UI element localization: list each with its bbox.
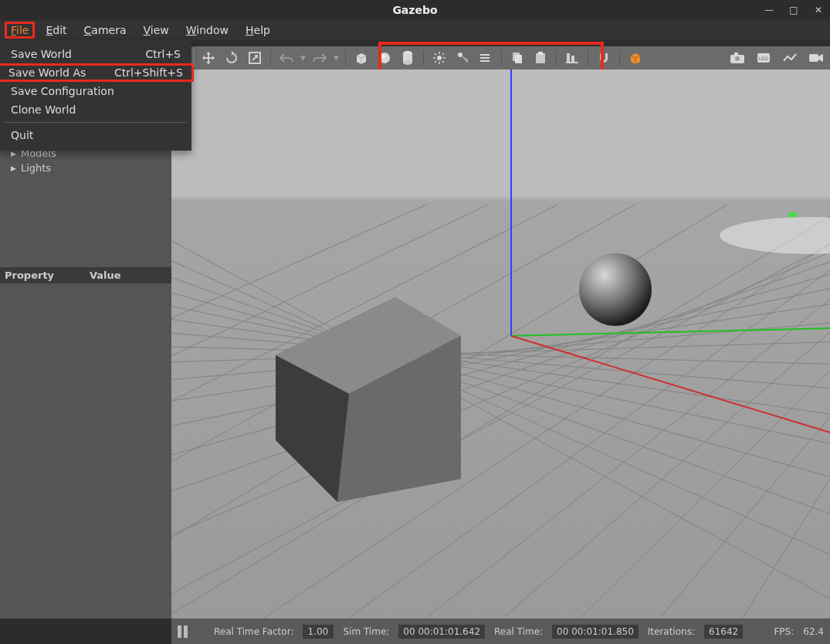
toolbar-right-group: LOG xyxy=(728,49,825,67)
move-icon xyxy=(202,51,215,65)
property-header-property: Property xyxy=(5,269,90,281)
fps-value: 62.4 xyxy=(803,626,824,637)
redo-button[interactable] xyxy=(310,49,329,67)
chevron-right-icon: ▶ xyxy=(11,164,16,172)
menu-window[interactable]: Window xyxy=(180,22,235,38)
simtime-value: 00 00:01:01.642 xyxy=(398,625,485,639)
toolbar-highlight-box xyxy=(378,42,604,73)
viewport-3d[interactable] xyxy=(171,69,830,619)
file-menu-dropdown: Save World Ctrl+S Save World As Ctrl+Shi… xyxy=(0,40,191,151)
menu-view[interactable]: View xyxy=(137,22,175,38)
toolbar: ▼ ▼ xyxy=(171,46,830,69)
tree-item-lights[interactable]: ▶Lights xyxy=(11,161,165,175)
svg-point-70 xyxy=(579,253,652,326)
menu-bar: File Edit Camera View Window Help xyxy=(0,20,830,40)
toolbar-sep xyxy=(619,50,620,66)
rotate-icon xyxy=(225,51,239,65)
svg-line-43 xyxy=(171,300,830,448)
toolbar-sep xyxy=(345,50,346,66)
property-header: Property Value xyxy=(0,267,171,283)
undo-dropdown-icon[interactable]: ▼ xyxy=(300,54,306,62)
rotate-tool-button[interactable] xyxy=(222,49,241,67)
file-menu-save-configuration[interactable]: Save Configuration xyxy=(0,82,191,100)
window-title: Gazebo xyxy=(392,4,437,16)
svg-line-60 xyxy=(581,371,830,618)
pause-button[interactable] xyxy=(178,625,191,638)
file-menu-clone-world[interactable]: Clone World xyxy=(0,100,191,119)
simtime-label: Sim Time: xyxy=(343,626,389,637)
menu-edit[interactable]: Edit xyxy=(39,22,73,38)
status-sep xyxy=(202,624,203,639)
svg-marker-1 xyxy=(232,51,234,56)
svg-line-61 xyxy=(660,417,830,618)
record-button[interactable] xyxy=(807,49,825,67)
maximize-button[interactable]: □ xyxy=(787,3,801,17)
screenshot-button[interactable] xyxy=(728,49,747,67)
chevron-right-icon: ▶ xyxy=(11,150,16,158)
scale-tool-button[interactable] xyxy=(246,49,264,67)
property-panel: Property Value xyxy=(0,267,171,283)
svg-text:LOG: LOG xyxy=(759,56,769,61)
realtime-label: Real Time: xyxy=(494,626,543,637)
title-bar: Gazebo — □ ✕ xyxy=(0,0,830,20)
svg-point-69 xyxy=(720,217,830,254)
svg-line-42 xyxy=(171,284,830,483)
iterations-value: 61642 xyxy=(704,625,743,639)
log-button[interactable]: LOG xyxy=(754,49,773,67)
svg-line-46 xyxy=(171,346,830,364)
property-header-value: Value xyxy=(90,269,121,281)
plot-button[interactable] xyxy=(781,49,799,67)
undo-icon xyxy=(279,53,293,63)
video-icon xyxy=(808,53,824,63)
axis-y xyxy=(511,328,830,336)
insert-box-button[interactable] xyxy=(352,49,371,67)
menu-help[interactable]: Help xyxy=(239,22,276,38)
menu-file[interactable]: File xyxy=(5,22,35,39)
fps-label: FPS: xyxy=(774,626,794,637)
log-icon: LOG xyxy=(756,52,771,64)
redo-icon xyxy=(313,53,327,63)
box-icon xyxy=(354,50,369,66)
scene-3d xyxy=(171,69,830,619)
status-bar: Real Time Factor: 1.00 Sim Time: 00 00:0… xyxy=(171,619,830,644)
file-menu-save-world[interactable]: Save World Ctrl+S xyxy=(0,45,191,63)
camera-icon xyxy=(730,52,745,64)
svg-line-58 xyxy=(426,300,830,618)
svg-line-50 xyxy=(171,284,830,432)
svg-line-51 xyxy=(171,269,830,463)
rtf-value: 1.00 xyxy=(303,625,334,639)
file-menu-quit[interactable]: Quit xyxy=(0,126,191,144)
svg-line-47 xyxy=(171,341,830,363)
close-button[interactable]: ✕ xyxy=(811,3,825,17)
scene-sphere xyxy=(579,253,652,326)
box-orange-icon xyxy=(628,51,642,65)
svg-line-52 xyxy=(171,255,830,502)
redo-dropdown-icon[interactable]: ▼ xyxy=(334,54,339,62)
window-controls: — □ ✕ xyxy=(762,3,825,17)
realtime-value: 00 00:01:01.850 xyxy=(552,625,639,639)
translate-tool-button[interactable] xyxy=(199,49,218,67)
svg-rect-68 xyxy=(789,212,797,217)
svg-rect-37 xyxy=(809,54,818,62)
svg-point-33 xyxy=(735,56,740,61)
undo-button[interactable] xyxy=(277,49,296,67)
menu-camera[interactable]: Camera xyxy=(78,22,133,38)
iterations-label: Iterations: xyxy=(648,626,695,637)
file-menu-save-world-as[interactable]: Save World As Ctrl+Shift+S xyxy=(0,63,194,82)
svg-line-39 xyxy=(171,224,830,610)
toolbar-sep xyxy=(270,50,271,66)
scale-icon xyxy=(248,51,262,65)
rtf-label: Real Time Factor: xyxy=(214,626,293,637)
minimize-button[interactable]: — xyxy=(762,3,776,17)
svg-rect-34 xyxy=(734,53,738,56)
svg-line-45 xyxy=(171,330,830,390)
svg-line-55 xyxy=(171,216,830,614)
insert-model-button[interactable] xyxy=(626,49,645,67)
svg-line-54 xyxy=(171,233,830,610)
svg-line-49 xyxy=(171,301,830,405)
svg-marker-38 xyxy=(818,54,823,62)
menu-separator xyxy=(5,122,187,123)
plot-icon xyxy=(782,52,798,64)
